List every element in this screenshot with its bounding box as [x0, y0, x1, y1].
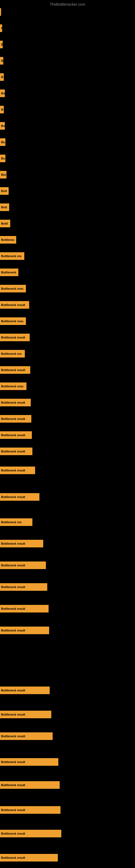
bar-row: Bottleneck — [0, 269, 135, 276]
site-title: TheBottlenecker.com — [0, 0, 135, 9]
result-bar: Bottleneck resu — [0, 382, 27, 390]
result-bar: Bottleneck result — [0, 540, 43, 547]
result-bar: Bottleneck — [0, 269, 18, 276]
result-bar: Bottleneck result — [0, 467, 35, 474]
bar-row: Bottleneck result — [0, 806, 135, 814]
result-bar: Bottleneck res — [0, 252, 24, 260]
result-bar: Bottleneck result — [0, 627, 49, 634]
result-bar: F — [0, 24, 2, 32]
result-bar: Bottleneck result — [0, 605, 49, 613]
result-bar: Bottlenec — [0, 236, 16, 244]
result-bar: Bott — [0, 204, 9, 211]
result-bar: Bottleneck resu — [0, 317, 26, 325]
bar-row: Bottleneck resu — [0, 317, 135, 325]
bar-row: E — [0, 41, 135, 48]
bar-row: Bottleneck result — [0, 711, 135, 718]
result-bar: Bo — [0, 155, 5, 162]
result-bar: Bo — [0, 138, 5, 146]
bar-row: Bott — [0, 204, 135, 211]
result-bar: E — [0, 41, 3, 48]
result-bar: Bottleneck result — [0, 686, 50, 694]
result-bar: B — [0, 106, 4, 113]
result-bar: Bot — [0, 171, 6, 179]
bar-row: Bottleneck result — [0, 830, 135, 837]
bar-row: Bottl — [0, 220, 135, 227]
result-bar: Bottleneck result — [0, 431, 32, 439]
result-bar: Bottl — [0, 220, 10, 227]
result-bar: B — [0, 73, 4, 81]
bar-row: Bo — [0, 90, 135, 97]
bar-row: Bottleneck result — [0, 686, 135, 694]
bar-row: Bottleneck result — [0, 467, 135, 474]
bar-row: Bottleneck result — [0, 781, 135, 789]
bar-row: B — [0, 73, 135, 81]
bar-row: Bottleneck result — [0, 415, 135, 423]
bar-row: Bottleneck result — [0, 854, 135, 862]
bar-row: Bottleneck res — [0, 252, 135, 260]
result-bar: B — [0, 57, 3, 65]
bar-row: Bottleneck result — [0, 540, 135, 547]
bar-row: | — [0, 8, 135, 16]
bar-row: Bottleneck res — [0, 350, 135, 358]
result-bar: Bottleneck result — [0, 493, 39, 501]
bar-row: Bott — [0, 187, 135, 195]
bar-row: Bottleneck result — [0, 301, 135, 309]
bar-row: Bottleneck result — [0, 366, 135, 374]
result-bar: Bottleneck res — [0, 350, 25, 358]
bar-row: Bo — [0, 138, 135, 146]
result-bar: Bottleneck result — [0, 711, 51, 718]
result-bar: Bottleneck result — [0, 415, 31, 423]
bar-row: Bottleneck result — [0, 399, 135, 406]
result-bar: Bottleneck result — [0, 334, 30, 341]
bar-row: Bottlenec — [0, 236, 135, 244]
result-bar: Bott — [0, 187, 9, 195]
bar-row: Bottleneck res — [0, 518, 135, 526]
result-bar: Bottleneck result — [0, 733, 53, 740]
result-bar: Bottleneck res — [0, 518, 32, 526]
bar-row: Bottleneck result — [0, 758, 135, 766]
result-bar: Bottleneck result — [0, 583, 47, 591]
result-bar: Bo — [0, 90, 5, 97]
bar-row: Bottleneck result — [0, 493, 135, 501]
bar-row: Bottleneck resu — [0, 285, 135, 292]
bar-row: Bo — [0, 155, 135, 162]
result-bar: Bottleneck result — [0, 806, 60, 814]
result-bar: Bottleneck result — [0, 399, 31, 406]
bar-row: Bottleneck result — [0, 627, 135, 634]
result-bar: Bottleneck result — [0, 781, 60, 789]
bar-row: Bottleneck result — [0, 334, 135, 341]
result-bar: Bottleneck result — [0, 366, 30, 374]
bar-row: Bot — [0, 171, 135, 179]
result-bar: Bottleneck result — [0, 758, 58, 766]
bar-row: B — [0, 57, 135, 65]
result-bar: Bottleneck result — [0, 830, 61, 837]
bar-row: Bottleneck resu — [0, 382, 135, 390]
bar-row: Bottleneck result — [0, 583, 135, 591]
bar-row: Bottleneck result — [0, 447, 135, 455]
bar-row: F — [0, 24, 135, 32]
bar-row: Bottleneck result — [0, 733, 135, 740]
bar-row: Bottleneck result — [0, 431, 135, 439]
result-bar: Bottleneck resu — [0, 285, 26, 292]
bar-row: Bottleneck result — [0, 605, 135, 613]
result-bar: Bottleneck result — [0, 854, 58, 862]
result-bar: Bottleneck result — [0, 447, 32, 455]
result-bar: Bottleneck result — [0, 561, 46, 569]
result-bar: | — [0, 8, 1, 16]
bar-row: Bottleneck result — [0, 561, 135, 569]
bar-row: Bo — [0, 122, 135, 130]
bar-row: B — [0, 106, 135, 113]
result-bar: Bo — [0, 122, 5, 130]
result-bar: Bottleneck result — [0, 301, 29, 309]
